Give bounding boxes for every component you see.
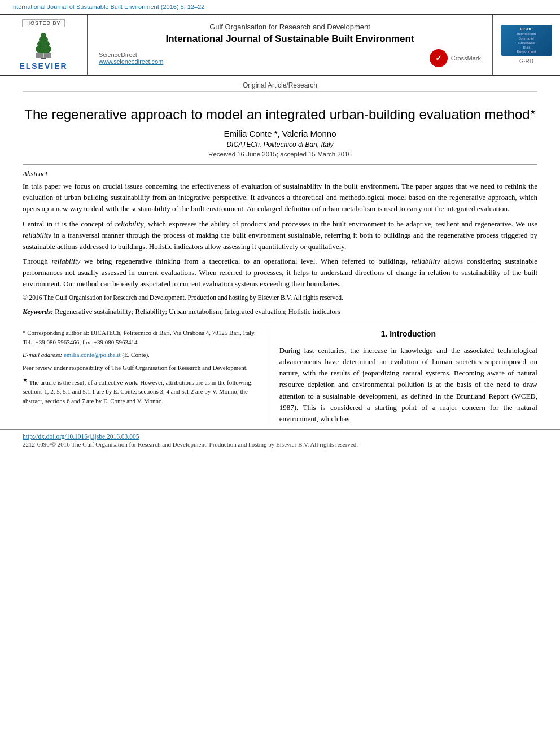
journal-title-main: International Journal of Sustainable Bui… bbox=[99, 33, 481, 45]
crossmark-label: CrossMark bbox=[451, 55, 481, 62]
received-dates: Received 16 June 2015; accepted 15 March… bbox=[23, 151, 537, 158]
journal-reference-bar: International Journal of Sustainable Bui… bbox=[0, 0, 560, 14]
intro-para-1: During last centuries, the increase in k… bbox=[279, 345, 537, 425]
elsevier-tree-icon bbox=[27, 29, 60, 60]
footnote-corresponding: * Corresponding author at: DICATECh, Pol… bbox=[23, 328, 261, 347]
sciencedirect-label: ScienceDirect bbox=[99, 51, 163, 58]
divider-1 bbox=[23, 164, 537, 165]
title-star: ★ bbox=[530, 108, 536, 115]
intro-title: 1. Introduction bbox=[279, 328, 537, 340]
article-type-label: Original Article/Research bbox=[23, 76, 537, 92]
elsevier-wordmark: ELSEVIER bbox=[19, 62, 67, 71]
ijsbe-badge-text: IJSBE InternationalJournal ofSustainable… bbox=[516, 25, 537, 55]
abstract-para-2: Central in it is the concept of reliabil… bbox=[23, 219, 537, 252]
main-content: The regenerative approach to model an in… bbox=[0, 92, 560, 425]
divider-2 bbox=[23, 322, 537, 322]
doi-link[interactable]: http://dx.doi.org/10.1016/j.ijsbe.2016.0… bbox=[23, 433, 537, 440]
bottom-bar: http://dx.doi.org/10.1016/j.ijsbe.2016.0… bbox=[0, 429, 560, 451]
journal-header-center: Gulf Organisation for Research and Devel… bbox=[88, 15, 492, 75]
abstract-text: In this paper we focus on crucial issues… bbox=[23, 181, 537, 303]
footnotes-column: * Corresponding author at: DICATECh, Pol… bbox=[23, 328, 270, 425]
keywords-label: Keywords: bbox=[23, 308, 53, 316]
journal-ref-text: International Journal of Sustainable Bui… bbox=[11, 3, 204, 10]
abstract-para-1: In this paper we focus on crucial issues… bbox=[23, 181, 537, 215]
introduction-column: 1. Introduction During last centuries, t… bbox=[270, 328, 537, 425]
bottom-copyright: 2212-6090/© 2016 The Gulf Organisation f… bbox=[23, 441, 537, 448]
crossmark-icon: ✓ bbox=[430, 49, 448, 67]
crossmark-block: ✓ CrossMark bbox=[430, 49, 481, 67]
keywords-items: Regenerative sustainability; Reliability… bbox=[55, 308, 340, 316]
keywords-section: Keywords: Regenerative sustainability; R… bbox=[23, 308, 537, 316]
article-title: The regenerative approach to model an in… bbox=[23, 106, 537, 123]
abstract-para-3: Through reliability we bring regenerativ… bbox=[23, 256, 537, 290]
gord-label: G·RD bbox=[519, 58, 533, 64]
footnote-peer-review: Peer review under responsibility of The … bbox=[23, 363, 261, 373]
intro-text: During last centuries, the increase in k… bbox=[279, 345, 537, 425]
abstract-section: Abstract In this paper we focus on cruci… bbox=[23, 169, 537, 303]
two-column-section: * Corresponding author at: DICATECh, Pol… bbox=[23, 328, 537, 425]
sciencedirect-block: ScienceDirect www.sciencedirect.com bbox=[99, 51, 163, 65]
ijsbe-badge-section: IJSBE InternationalJournal ofSustainable… bbox=[492, 15, 560, 75]
affiliation-text: DICATECh, Politecnico di Bari, Italy bbox=[23, 141, 537, 148]
abstract-label: Abstract bbox=[23, 169, 537, 178]
header-band: HOSTED BY ELSEVIER Gulf Organisation for bbox=[0, 14, 560, 76]
gord-logo-badge: G·RD bbox=[519, 58, 533, 64]
svg-point-5 bbox=[41, 33, 46, 38]
elsevier-logo: ELSEVIER bbox=[19, 29, 67, 71]
footnote-article-note: ★ The article is the result of a collect… bbox=[23, 375, 261, 405]
authors-line: Emilia Conte *, Valeria Monno bbox=[23, 129, 537, 138]
elsevier-section: HOSTED BY ELSEVIER bbox=[0, 15, 88, 75]
footnote-email: E-mail address: emilia.conte@poliba.it (… bbox=[23, 350, 261, 360]
hosted-by-label: HOSTED BY bbox=[22, 19, 64, 27]
abstract-copyright: © 2016 The Gulf Organisation for Researc… bbox=[23, 293, 537, 303]
ijsbe-badge: IJSBE InternationalJournal ofSustainable… bbox=[501, 25, 552, 56]
gord-title: Gulf Organisation for Research and Devel… bbox=[99, 23, 481, 31]
